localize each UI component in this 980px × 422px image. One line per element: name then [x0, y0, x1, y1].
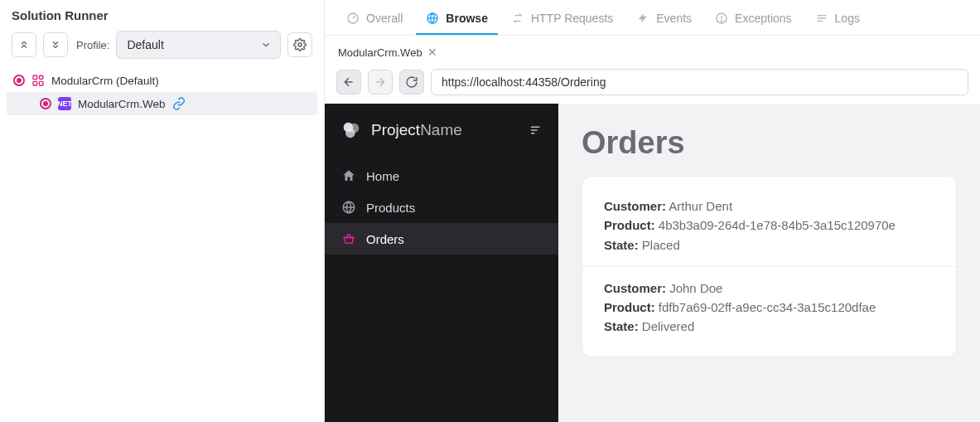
tab-label: HTTP Requests — [531, 12, 613, 25]
customer-value: John Doe — [669, 281, 722, 295]
field-label: Customer: — [604, 281, 666, 295]
nav-label: Products — [366, 201, 415, 215]
globe-icon — [341, 200, 356, 215]
reload-button[interactable] — [399, 70, 424, 95]
nav-products[interactable]: Products — [325, 192, 558, 223]
state-value: Placed — [642, 238, 680, 252]
tab-label: Logs — [835, 12, 860, 25]
tree-child-label: ModularCrm.Web — [78, 98, 166, 110]
tab-browse[interactable]: Browse — [416, 7, 498, 35]
order-card: Customer: John Doe Product: fdfb7a69-02f… — [582, 266, 956, 348]
status-indicator-icon — [40, 98, 51, 109]
product-value: fdfb7a69-02ff-a9ec-cc34-3a15c120dfae — [659, 300, 876, 314]
browser-tab-strip: ModularCrm.Web ✕ — [325, 36, 980, 64]
alert-icon — [715, 12, 728, 25]
back-button[interactable] — [336, 70, 361, 95]
app-sidebar: ProjectName Home Products — [325, 104, 558, 422]
chevron-down-icon — [260, 39, 272, 51]
forward-button[interactable] — [368, 70, 393, 95]
tab-http-requests[interactable]: HTTP Requests — [501, 7, 623, 35]
collapse-up-button[interactable] — [12, 32, 36, 57]
svg-rect-2 — [39, 75, 43, 80]
gauge-icon — [346, 12, 360, 25]
order-card: Customer: Arthur Dent Product: 4b3b3a09-… — [582, 185, 956, 266]
basket-icon — [341, 231, 356, 246]
tab-events[interactable]: Events — [626, 7, 702, 35]
apps-icon — [31, 74, 45, 87]
settings-button[interactable] — [287, 32, 312, 57]
panel-title: Solution Runner — [0, 0, 324, 27]
field-label: Product: — [604, 218, 655, 232]
swap-icon — [511, 12, 524, 25]
project-type-badge: NET — [58, 97, 71, 110]
address-bar — [325, 64, 980, 104]
tab-label: Browse — [446, 12, 488, 25]
tabs-bar: Overall Browse HTTP Requests Events Exce… — [325, 0, 980, 36]
svg-point-17 — [345, 129, 355, 138]
tab-label: Overall — [366, 12, 403, 25]
lines-icon — [815, 12, 828, 25]
tab-label: Exceptions — [735, 12, 791, 25]
brand-name: ProjectName — [371, 121, 462, 139]
customer-value: Arthur Dent — [669, 199, 732, 213]
embedded-page: ProjectName Home Products — [325, 104, 980, 422]
browser-tab-label: ModularCrm.Web — [338, 46, 422, 59]
tree-root-item[interactable]: ModularCrm (Default) — [7, 69, 317, 92]
product-value: 4b3b3a09-264d-1e78-84b5-3a15c120970e — [659, 218, 896, 232]
home-icon — [341, 168, 356, 183]
tab-overall[interactable]: Overall — [336, 7, 413, 35]
tab-exceptions[interactable]: Exceptions — [705, 7, 801, 35]
globe-icon — [426, 12, 439, 25]
url-input[interactable] — [431, 69, 968, 95]
svg-rect-3 — [33, 81, 37, 85]
field-label: Product: — [604, 300, 655, 314]
app-nav: Home Products Orders — [325, 160, 558, 255]
field-label: State: — [604, 238, 639, 252]
tab-logs[interactable]: Logs — [805, 7, 870, 35]
expand-down-button[interactable] — [43, 32, 68, 57]
menu-toggle-button[interactable] — [529, 123, 543, 138]
menu-icon — [529, 123, 543, 138]
profile-selected-value: Default — [127, 38, 163, 51]
tree-child-item[interactable]: NET ModularCrm.Web — [7, 92, 317, 115]
nav-home[interactable]: Home — [325, 160, 558, 192]
svg-rect-4 — [39, 81, 43, 85]
field-label: Customer: — [604, 199, 666, 213]
gear-icon — [293, 38, 307, 51]
bolt-icon — [636, 12, 649, 25]
right-panel: Overall Browse HTTP Requests Events Exce… — [325, 0, 980, 422]
brand: ProjectName — [325, 104, 558, 152]
tree-root-label: ModularCrm (Default) — [51, 75, 159, 87]
panel-toolbar: Profile: Default — [0, 27, 324, 67]
solution-tree: ModularCrm (Default) NET ModularCrm.Web — [0, 67, 324, 117]
arrow-left-icon — [342, 75, 355, 89]
close-icon[interactable]: ✕ — [427, 46, 437, 59]
svg-point-0 — [298, 43, 302, 46]
svg-rect-1 — [33, 75, 37, 80]
state-value: Delivered — [642, 319, 694, 333]
nav-label: Home — [366, 169, 399, 183]
app-main: Orders Customer: Arthur Dent Product: 4b… — [558, 104, 980, 422]
arrow-right-icon — [374, 75, 387, 89]
tab-label: Events — [656, 12, 692, 25]
field-label: State: — [604, 319, 639, 333]
svg-point-9 — [721, 21, 722, 22]
reload-icon — [405, 75, 418, 89]
brand-logo-icon — [340, 119, 363, 142]
nav-orders[interactable]: Orders — [325, 223, 558, 255]
profile-label: Profile: — [76, 39, 109, 51]
link-icon — [172, 97, 186, 110]
nav-label: Orders — [366, 232, 404, 246]
orders-list: Customer: Arthur Dent Product: 4b3b3a09-… — [582, 176, 957, 357]
solution-runner-panel: Solution Runner Profile: Default — [0, 0, 325, 422]
status-indicator-icon — [13, 75, 25, 86]
profile-select[interactable]: Default — [116, 31, 281, 59]
page-heading: Orders — [582, 125, 957, 161]
browser-tab[interactable]: ModularCrm.Web ✕ — [336, 42, 439, 62]
